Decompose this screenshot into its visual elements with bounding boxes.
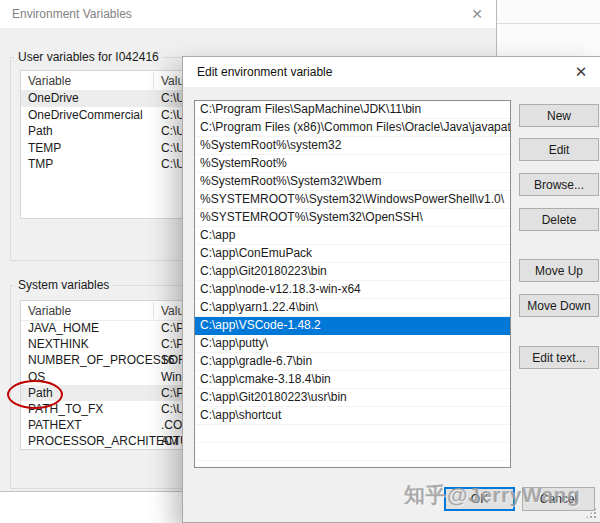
path-list-item[interactable]: C:\app\putty\ — [195, 335, 510, 353]
dialog-title: Edit environment variable — [197, 65, 332, 79]
column-header-variable[interactable]: Variable — [28, 304, 71, 318]
variable-name-cell: OneDriveCommercial — [28, 107, 143, 124]
path-list-item[interactable]: %SystemRoot% — [195, 155, 510, 173]
system-variables-label: System variables — [14, 278, 113, 292]
close-icon: ✕ — [471, 6, 483, 22]
variable-name-cell: JAVA_HOME — [28, 320, 99, 336]
path-list-item[interactable]: %SystemRoot%\system32 — [195, 137, 510, 155]
variable-name-cell: TMP — [28, 156, 53, 173]
delete-button[interactable]: Delete — [519, 208, 599, 231]
empty-list-row — [195, 443, 510, 461]
variable-value-cell: AM — [161, 433, 179, 449]
path-list-item[interactable]: %SystemRoot%\System32\Wbem — [195, 173, 510, 191]
path-list-item[interactable]: C:\app — [195, 227, 510, 245]
close-icon: ✕ — [575, 63, 588, 81]
variable-value-cell: 16 — [161, 352, 174, 368]
path-list-item[interactable]: %SYSTEMROOT%\System32\WindowsPowerShell\… — [195, 191, 510, 209]
variable-value-cell: C:\P — [161, 336, 184, 352]
path-list-item[interactable]: C:\app\shortcut — [195, 407, 510, 425]
path-list-item[interactable]: C:\Program Files\SapMachine\JDK\11\bin — [195, 101, 510, 119]
variable-name-cell: TEMP — [28, 140, 61, 157]
path-list-item[interactable]: C:\app\node-v12.18.3-win-x64 — [195, 281, 510, 299]
background-window-area — [497, 0, 600, 56]
env-window-title: Environment Variables — [12, 7, 132, 21]
column-separator — [153, 72, 154, 89]
path-list-item[interactable]: C:\app\gradle-6.7\bin — [195, 353, 510, 371]
background-window-edge — [497, 23, 600, 24]
path-list-item[interactable]: C:\app\yarn1.22.4\bin\ — [195, 299, 510, 317]
env-close-button[interactable]: ✕ — [464, 4, 490, 24]
path-list-item[interactable]: C:\app\Git20180223\usr\bin — [195, 389, 510, 407]
user-variables-label: User variables for I042416 — [14, 50, 163, 64]
variable-name-cell: Path — [28, 123, 53, 140]
path-list-item[interactable]: C:\app\ConEmuPack — [195, 245, 510, 263]
new-button[interactable]: New — [519, 104, 599, 127]
empty-list-row — [195, 425, 510, 443]
variable-value-cell: .CO — [161, 417, 182, 433]
variable-name-cell: OneDrive — [28, 90, 79, 107]
path-annotation-circle — [7, 380, 63, 409]
variable-value-cell: Win — [161, 369, 182, 385]
edit-button[interactable]: Edit — [519, 138, 599, 161]
move-up-button[interactable]: Move Up — [519, 259, 599, 282]
variable-value-cell: C:\P — [161, 385, 184, 401]
edit-text-button[interactable]: Edit text... — [519, 346, 599, 369]
variable-name-cell: PATHEXT — [28, 417, 82, 433]
dialog-close-button[interactable]: ✕ — [568, 62, 594, 82]
watermark: 知乎@JerryWang — [404, 481, 580, 509]
edit-environment-variable-dialog: Edit environment variable ✕ C:\Program F… — [182, 56, 600, 523]
path-list-item[interactable]: C:\Program Files (x86)\Common Files\Orac… — [195, 119, 510, 137]
column-header-variable[interactable]: Variable — [28, 74, 71, 88]
column-separator — [153, 302, 154, 319]
path-list-item[interactable]: %SYSTEMROOT%\System32\OpenSSH\ — [195, 209, 510, 227]
empty-list-row — [195, 461, 510, 468]
path-list-item[interactable]: C:\app\VSCode-1.48.2 — [195, 317, 510, 335]
path-listbox[interactable]: C:\Program Files\SapMachine\JDK\11\binC:… — [194, 100, 511, 468]
path-list-item[interactable]: C:\app\cmake-3.18.4\bin — [195, 371, 510, 389]
move-down-button[interactable]: Move Down — [519, 294, 599, 317]
variable-value-cell: C:\P — [161, 320, 184, 336]
variable-name-cell: NEXTHINK — [28, 336, 89, 352]
path-list-item[interactable]: C:\app\Git20180223\bin — [195, 263, 510, 281]
browse-button[interactable]: Browse... — [519, 173, 599, 196]
